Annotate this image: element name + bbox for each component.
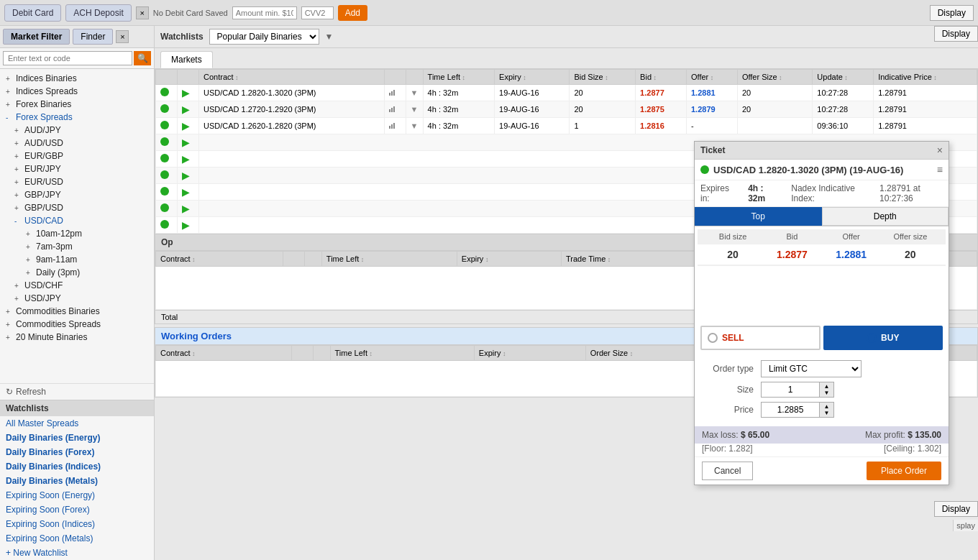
- tree-item-eur-gbp[interactable]: + EUR/GBP: [0, 150, 154, 162]
- pos-col-expiry[interactable]: Expiry: [457, 252, 561, 267]
- watchlist-new[interactable]: + New Watchlist: [0, 546, 154, 560]
- play-icon[interactable]: ▶: [182, 186, 190, 198]
- play-icon[interactable]: ▶: [182, 87, 190, 98]
- col-indicative[interactable]: Indicative Price: [874, 70, 977, 85]
- search-button[interactable]: 🔍: [134, 51, 151, 65]
- tree-item-gbp-jpy[interactable]: + GBP/JPY: [0, 188, 154, 201]
- tree-item-gbp-usd[interactable]: + GBP/USD: [0, 201, 154, 214]
- ticket-close-button[interactable]: ×: [937, 144, 943, 156]
- table-row[interactable]: ▶ USD/CAD 1.2820-1.3020 (3PM) ▼ 4h : 32m…: [156, 85, 977, 101]
- tree-item-indices-binaries[interactable]: + Indices Binaries: [0, 72, 154, 85]
- expand-icon: +: [14, 127, 22, 134]
- order-type-select[interactable]: Limit GTC Market Stop: [761, 360, 862, 377]
- display-button-2[interactable]: Display: [934, 501, 978, 517]
- display-button-top-right[interactable]: Display: [934, 26, 978, 42]
- tree-item-aud-jpy[interactable]: + AUD/JPY: [0, 124, 154, 137]
- buy-button[interactable]: BUY: [823, 326, 943, 350]
- tree-item-indices-spreads[interactable]: + Indices Spreads: [0, 85, 154, 98]
- market-filter-button[interactable]: Market Filter: [3, 29, 70, 45]
- pos-col-contract[interactable]: Contract: [156, 252, 283, 267]
- tab-top[interactable]: Top: [695, 207, 822, 226]
- tree-item-usd-jpy[interactable]: + USD/JPY: [0, 292, 154, 305]
- watchlist-daily-forex[interactable]: Daily Binaries (Forex): [0, 445, 154, 459]
- ob-header-bid-size: Bid size: [703, 232, 762, 241]
- indicative-value: 1.28791 at 10:27:36: [879, 183, 943, 203]
- cell-update: 10:27:28: [813, 101, 874, 118]
- watchlist-expiring-metals[interactable]: Expiring Soon (Metals): [0, 531, 154, 546]
- search-input[interactable]: [3, 51, 132, 65]
- tree-item-eur-jpy[interactable]: + EUR/JPY: [0, 162, 154, 175]
- tree-item-9am-11am[interactable]: + 9am-11am: [0, 253, 154, 266]
- tree-label: Forex Binaries: [16, 99, 71, 109]
- status-indicator: [160, 137, 169, 146]
- price-input[interactable]: [762, 403, 819, 417]
- order-book-header: Bid size Bid Offer Offer size: [698, 229, 946, 244]
- col-bid-size[interactable]: Bid Size: [570, 70, 636, 85]
- tree-item-10am-12pm[interactable]: + 10am-12pm: [0, 227, 154, 240]
- watchlist-expiring-indices[interactable]: Expiring Soon (Indices): [0, 517, 154, 531]
- ob-bid: 1.2877: [762, 249, 821, 260]
- finder-button[interactable]: Finder: [73, 29, 113, 45]
- ticket-menu-icon[interactable]: ≡: [937, 164, 943, 175]
- col-expiry[interactable]: Expiry: [495, 70, 570, 85]
- amount-input[interactable]: [232, 6, 297, 19]
- add-button[interactable]: Add: [338, 5, 367, 21]
- tree-item-usd-cad[interactable]: - USD/CAD: [0, 214, 154, 227]
- play-icon[interactable]: ▶: [182, 170, 190, 181]
- watchlist-select[interactable]: Popular Daily Binaries: [209, 29, 319, 45]
- order-book: Bid size Bid Offer Offer size 20 1.2877 …: [695, 226, 949, 320]
- price-stepper-btn[interactable]: ▲ ▼: [819, 403, 833, 417]
- play-icon[interactable]: ▶: [182, 219, 190, 231]
- display-button-1[interactable]: Display: [930, 5, 974, 21]
- wo-col-time-left[interactable]: Time Left: [330, 346, 474, 361]
- col-contract[interactable]: Contract: [199, 70, 385, 85]
- ticket-expiry-row: Expires in: 4h : 32m Nadex Indicative In…: [695, 180, 949, 207]
- play-icon[interactable]: ▶: [182, 153, 190, 165]
- tree-item-aud-usd[interactable]: + AUD/USD: [0, 137, 154, 150]
- tree-item-forex-spreads[interactable]: - Forex Spreads: [0, 111, 154, 124]
- col-offer[interactable]: Offer: [687, 70, 738, 85]
- ach-deposit-button[interactable]: ACH Deposit: [65, 4, 131, 22]
- pos-col-time-left[interactable]: Time Left: [321, 252, 457, 267]
- col-bid[interactable]: Bid: [636, 70, 687, 85]
- watchlist-expiring-energy[interactable]: Expiring Soon (Energy): [0, 488, 154, 502]
- refresh-row[interactable]: ↻ Refresh: [0, 383, 154, 400]
- tree-item-commodities-spreads[interactable]: + Commodities Spreads: [0, 318, 154, 331]
- tree-item-usd-chf[interactable]: + USD/CHF: [0, 279, 154, 292]
- debit-card-button[interactable]: Debit Card: [4, 4, 61, 22]
- place-order-button[interactable]: Place Order: [867, 462, 941, 480]
- topbar-close-button[interactable]: ×: [136, 6, 149, 19]
- watchlist-daily-energy[interactable]: Daily Binaries (Energy): [0, 431, 154, 445]
- tab-markets[interactable]: Markets: [160, 51, 213, 68]
- tree-label: GBP/JPY: [24, 190, 61, 200]
- tree-item-commodities-binaries[interactable]: + Commodities Binaries: [0, 305, 154, 318]
- tree-label: 10am-12pm: [36, 229, 82, 239]
- tree-item-20min-binaries[interactable]: + 20 Minute Binaries: [0, 331, 154, 344]
- watchlist-expiring-forex[interactable]: Expiring Soon (Forex): [0, 502, 154, 517]
- tree-item-forex-binaries[interactable]: + Forex Binaries: [0, 98, 154, 111]
- play-icon[interactable]: ▶: [182, 104, 190, 115]
- sidebar-close-button[interactable]: ×: [116, 30, 129, 43]
- col-update[interactable]: Update: [813, 70, 874, 85]
- col-time-left[interactable]: Time Left: [423, 70, 494, 85]
- tab-depth[interactable]: Depth: [822, 207, 949, 226]
- play-icon[interactable]: ▶: [182, 137, 190, 148]
- table-row[interactable]: ▶ USD/CAD 1.2620-1.2820 (3PM) ▼ 4h : 32m…: [156, 118, 977, 134]
- wo-col-expiry[interactable]: Expiry: [474, 346, 585, 361]
- tree-item-eur-usd[interactable]: + EUR/USD: [0, 175, 154, 188]
- col-offer-size[interactable]: Offer Size: [737, 70, 812, 85]
- sell-button[interactable]: SELL: [700, 326, 821, 350]
- cancel-button[interactable]: Cancel: [702, 462, 753, 480]
- size-up-button[interactable]: ▲ ▼: [819, 382, 833, 397]
- cvv-input[interactable]: [301, 6, 334, 19]
- tree-item-7am-3pm[interactable]: + 7am-3pm: [0, 240, 154, 253]
- play-icon[interactable]: ▶: [182, 120, 190, 132]
- table-row[interactable]: ▶ USD/CAD 1.2720-1.2920 (3PM) ▼ 4h : 32m…: [156, 101, 977, 118]
- wo-col-contract[interactable]: Contract: [156, 346, 292, 361]
- watchlist-daily-metals[interactable]: Daily Binaries (Metals): [0, 474, 154, 488]
- play-icon[interactable]: ▶: [182, 203, 190, 214]
- size-input[interactable]: [762, 382, 819, 397]
- watchlist-all-master[interactable]: All Master Spreads: [0, 416, 154, 431]
- watchlist-daily-indices[interactable]: Daily Binaries (Indices): [0, 459, 154, 474]
- tree-item-daily-3pm[interactable]: + Daily (3pm): [0, 266, 154, 279]
